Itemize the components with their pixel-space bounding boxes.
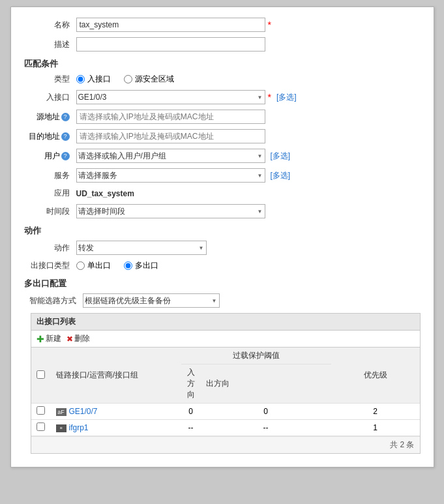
outport-type-radio-group: 单出口 多出口 xyxy=(76,260,158,271)
type-radio-group: 入接口 源安全区域 xyxy=(76,74,174,85)
src-addr-label: 源地址 xyxy=(37,111,60,123)
action-row: 动作 转发 xyxy=(24,241,421,255)
new-button-label: 新建 xyxy=(46,333,61,344)
smart-select[interactable]: 根据链路优先级主备备份 xyxy=(83,293,220,308)
user-row: 用户 ? 请选择或输入用户/用户组 [多选] xyxy=(24,149,421,163)
outport-table: 链路接口/运营商/接口组 过载保护阈值 优先级 入方向 出方向 aFGE1/0/… xyxy=(31,348,420,436)
outport-type-row: 出接口类型 单出口 多出口 xyxy=(24,260,421,271)
outport-multi-label: 多出口 xyxy=(135,260,158,271)
plus-icon: ✚ xyxy=(37,334,44,344)
interface-select[interactable]: GE1/0/3 xyxy=(76,90,265,104)
row-outbound-1: -- xyxy=(201,420,331,436)
src-addr-help-icon[interactable]: ? xyxy=(61,113,70,121)
time-row: 时间段 请选择时间段 xyxy=(24,204,421,218)
row-checkbox-0[interactable] xyxy=(37,406,45,415)
interface-required-star: * xyxy=(268,92,271,102)
outport-single-radio[interactable]: 单出口 xyxy=(76,260,111,271)
action-select[interactable]: 转发 xyxy=(76,241,207,255)
user-multiselect-link[interactable]: [多选] xyxy=(271,151,291,162)
smart-label: 智能选路方式 xyxy=(24,295,83,306)
name-label: 名称 xyxy=(24,20,76,31)
type-radio-source-zone-input[interactable] xyxy=(124,75,132,83)
row-inbound-1: -- xyxy=(181,420,201,436)
user-label-group: 用户 ? xyxy=(24,151,76,162)
type-label: 类型 xyxy=(24,74,76,85)
table-row: ≡ifgrp1----1 xyxy=(31,420,420,436)
delete-button-label: 删除 xyxy=(74,333,90,344)
col-outbound-header: 出方向 xyxy=(201,364,331,404)
interface-row: 入接口 GE1/0/3 * [多选] xyxy=(24,90,421,104)
outport-type-label: 出接口类型 xyxy=(24,260,76,271)
type-radio-inbound-label: 入接口 xyxy=(87,74,111,85)
app-value: UD_tax_system xyxy=(76,189,134,198)
row-name-link-1[interactable]: ifgrp1 xyxy=(69,423,89,432)
dst-addr-row: 目的地址 ? xyxy=(24,129,421,143)
outport-multi-input[interactable] xyxy=(124,261,132,270)
type-radio-inbound[interactable]: 入接口 xyxy=(76,74,111,85)
desc-label: 描述 xyxy=(24,39,76,50)
outport-list-title: 出接口列表 xyxy=(31,314,420,331)
interface-label: 入接口 xyxy=(24,92,76,103)
desc-input[interactable] xyxy=(76,37,265,52)
service-select[interactable]: 请选择服务 xyxy=(76,168,265,183)
row-outbound-0: 0 xyxy=(201,404,331,420)
table-row: aFGE1/0/7002 xyxy=(31,404,420,420)
outport-single-input[interactable] xyxy=(76,261,85,270)
src-addr-label-group: 源地址 ? xyxy=(24,111,76,123)
col-checkbox-header xyxy=(31,348,51,404)
user-select[interactable]: 请选择或输入用户/用户组 xyxy=(76,149,265,163)
type-radio-source-zone-label: 源安全区域 xyxy=(135,74,174,85)
time-select[interactable]: 请选择时间段 xyxy=(76,204,265,218)
table-toolbar: ✚ 新建 ✖ 删除 xyxy=(31,331,420,348)
app-row: 应用 UD_tax_system xyxy=(24,188,421,199)
desc-row: 描述 xyxy=(24,37,421,52)
outport-multi-radio[interactable]: 多出口 xyxy=(124,260,158,271)
dst-addr-input[interactable] xyxy=(76,129,265,143)
app-label: 应用 xyxy=(24,188,76,199)
select-all-checkbox[interactable] xyxy=(37,370,45,379)
src-addr-row: 源地址 ? xyxy=(24,110,421,124)
iface-icon: aF xyxy=(56,408,67,416)
user-label: 用户 xyxy=(44,151,60,162)
service-label: 服务 xyxy=(24,170,76,181)
ifgrp-icon: ≡ xyxy=(56,424,67,432)
outport-list-section: 出接口列表 ✚ 新建 ✖ 删除 链路接口/运营商/接口组 过载保护阈值 优先级 xyxy=(31,313,421,454)
row-priority-1: 1 xyxy=(331,420,420,436)
user-help-icon[interactable]: ? xyxy=(61,152,70,160)
time-select-wrapper: 请选择时间段 xyxy=(76,204,265,218)
row-inbound-0: 0 xyxy=(181,404,201,420)
dst-addr-label-group: 目的地址 ? xyxy=(24,131,76,142)
action-select-wrapper: 转发 xyxy=(76,241,207,255)
row-checkbox-1[interactable] xyxy=(37,422,45,431)
src-addr-input[interactable] xyxy=(76,110,265,124)
name-row: 名称 * xyxy=(24,18,421,32)
action-label: 动作 xyxy=(24,243,76,254)
col-overload-group-header: 过载保护阈值 xyxy=(181,348,331,364)
table-footer-count: 共 2 条 xyxy=(31,436,420,453)
smart-row: 智能选路方式 根据链路优先级主备备份 xyxy=(24,293,421,308)
delete-button[interactable]: ✖ 删除 xyxy=(67,333,90,344)
type-radio-source-zone[interactable]: 源安全区域 xyxy=(124,74,174,85)
outport-single-label: 单出口 xyxy=(87,260,111,271)
main-form: 名称 * 描述 匹配条件 类型 入接口 源安全区域 入接口 GE1/0/3 xyxy=(10,7,434,467)
required-star: * xyxy=(268,20,271,30)
new-button[interactable]: ✚ 新建 xyxy=(37,333,61,344)
col-priority-header: 优先级 xyxy=(331,348,420,404)
interface-select-wrapper: GE1/0/3 xyxy=(76,90,265,104)
interface-multiselect-link[interactable]: [多选] xyxy=(276,92,297,103)
smart-select-wrapper: 根据链路优先级主备备份 xyxy=(83,293,220,308)
time-label: 时间段 xyxy=(24,206,76,217)
type-radio-inbound-input[interactable] xyxy=(76,75,85,83)
action-section-title: 动作 xyxy=(24,225,421,237)
type-row: 类型 入接口 源安全区域 xyxy=(24,74,421,85)
service-row: 服务 请选择服务 [多选] xyxy=(24,168,421,183)
multi-output-section-title: 多出口配置 xyxy=(24,278,421,289)
service-select-wrapper: 请选择服务 xyxy=(76,168,265,183)
name-input[interactable] xyxy=(76,18,265,32)
dst-addr-help-icon[interactable]: ? xyxy=(61,132,70,141)
service-multiselect-link[interactable]: [多选] xyxy=(271,170,291,181)
row-name-link-0[interactable]: GE1/0/7 xyxy=(69,407,98,416)
delete-icon: ✖ xyxy=(67,334,73,344)
col-inbound-header: 入方向 xyxy=(181,364,201,404)
col-interface-header: 链路接口/运营商/接口组 xyxy=(51,348,181,404)
